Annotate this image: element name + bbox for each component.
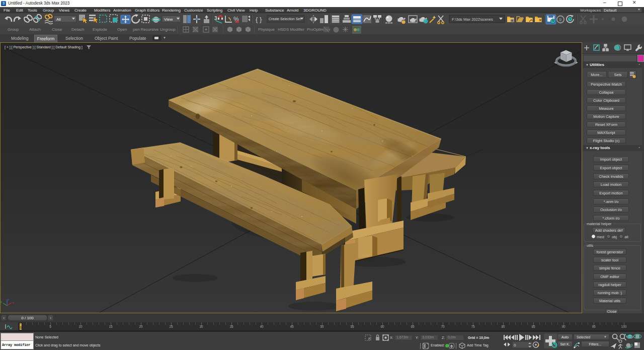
svg-text:0: 0 [514, 343, 516, 347]
svg-text:View: View [164, 17, 173, 22]
svg-text:y: y [1, 300, 2, 303]
svg-text:z: z [8, 298, 10, 301]
svg-text:Create Selection Set: Create Selection Set [269, 17, 301, 21]
svg-text:x: x [13, 301, 14, 304]
svg-text:F:\3ds Max 2022\scenes: F:\3ds Max 2022\scenes [452, 17, 493, 22]
svg-text:}: } [260, 16, 262, 23]
svg-text:All: All [56, 17, 61, 22]
svg-text:{: { [256, 16, 258, 23]
svg-text:3: 3 [214, 16, 217, 21]
svg-text:9: 9 [559, 17, 561, 22]
